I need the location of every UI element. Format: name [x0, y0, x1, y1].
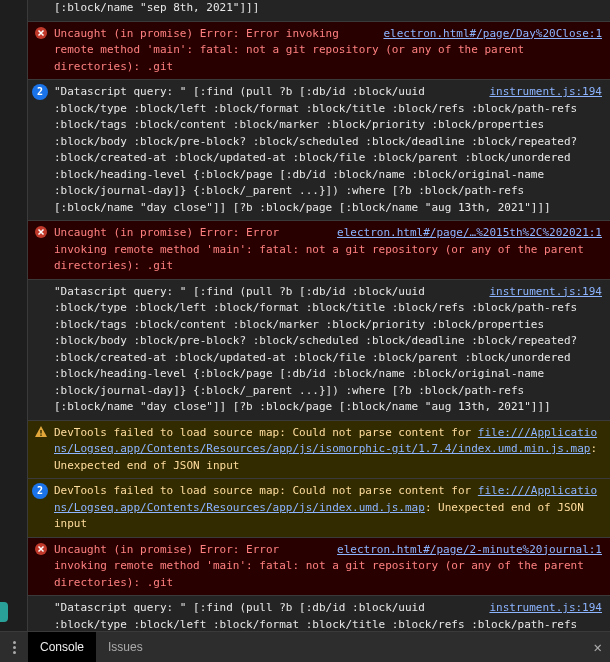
message-text: [:block/name "sep 8th, 2021"]]] — [54, 1, 259, 14]
console-message-error: electron.html#/page/2-minute%20journal:1… — [28, 537, 610, 596]
console-message-error: electron.html#/page/…%2015th%2C%202021:1… — [28, 220, 610, 279]
source-link[interactable]: instrument.js:194 — [489, 84, 602, 101]
svg-rect-2 — [40, 430, 41, 434]
repeat-count-badge: 2 — [32, 483, 48, 499]
console-messages: [:block/name "sep 8th, 2021"]]]electron.… — [0, 0, 610, 631]
console-message-info: instrument.js:194"Datascript query: " [:… — [28, 595, 610, 631]
drawer-menu-button[interactable] — [0, 632, 28, 663]
close-icon: ✕ — [594, 639, 602, 655]
console-message-warning: 2DevTools failed to load source map: Cou… — [28, 478, 610, 537]
console-message-warning: DevTools failed to load source map: Coul… — [28, 420, 610, 479]
close-drawer-button[interactable]: ✕ — [594, 637, 602, 658]
message-text: DevTools failed to load source map: Coul… — [54, 426, 478, 439]
message-text: DevTools failed to load source map: Coul… — [54, 484, 478, 497]
drawer-tab-bar: Console Issues ✕ — [0, 631, 610, 662]
source-link[interactable]: electron.html#/page/2-minute%20journal:1 — [337, 542, 602, 559]
repeat-count-badge: 2 — [32, 84, 48, 100]
warning-icon — [34, 425, 48, 439]
message-text: "Datascript query: " [:find (pull ?b [:d… — [54, 85, 584, 214]
console-message-error: electron.html#/page/Day%20Close:1Uncaugh… — [28, 21, 610, 80]
source-link[interactable]: electron.html#/page/…%2015th%2C%202021:1 — [337, 225, 602, 242]
teal-indicator — [0, 602, 8, 622]
source-link[interactable]: electron.html#/page/Day%20Close:1 — [383, 26, 602, 43]
console-message-info: 2instrument.js:194"Datascript query: " [… — [28, 79, 610, 220]
source-link[interactable]: instrument.js:194 — [489, 284, 602, 301]
error-icon — [34, 225, 48, 239]
kebab-icon — [13, 641, 16, 654]
error-icon — [34, 26, 48, 40]
svg-rect-3 — [40, 434, 41, 435]
tab-console[interactable]: Console — [28, 632, 96, 663]
source-link[interactable]: instrument.js:194 — [489, 600, 602, 617]
tab-issues[interactable]: Issues — [96, 632, 155, 663]
console-message-info: instrument.js:194"Datascript query: " [:… — [28, 279, 610, 420]
console-message-info: [:block/name "sep 8th, 2021"]]] — [28, 0, 610, 21]
error-icon — [34, 542, 48, 556]
message-text: "Datascript query: " [:find (pull ?b [:d… — [54, 285, 584, 414]
left-rail — [0, 0, 28, 631]
